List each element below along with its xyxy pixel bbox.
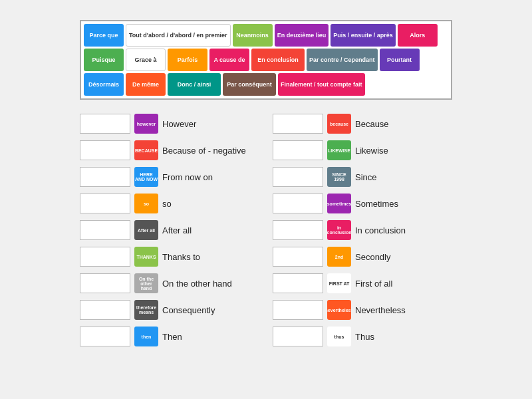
banner-card: A cause de (209, 49, 249, 71)
word-icon: BECAUSE (134, 140, 158, 160)
answer-input[interactable] (273, 300, 323, 320)
banner-card: Par contre / Cependant (307, 49, 378, 71)
word-icon: therefore means (134, 300, 158, 320)
word-label: so (162, 199, 172, 209)
match-row: therefore meansConsequently (80, 298, 259, 322)
banner-card: Parce que (84, 24, 124, 47)
word-icon: THANKS (134, 247, 158, 267)
word-label: Thus (355, 332, 374, 342)
word-icon: sometimes (327, 194, 351, 213)
word-label: From now on (162, 172, 213, 182)
match-row: in conclusionIn conclusion (273, 218, 452, 242)
word-icon: thus (327, 327, 351, 346)
word-icon: so (134, 194, 158, 213)
word-icon: in conclusion (327, 220, 351, 240)
answer-input[interactable] (80, 300, 130, 320)
match-row: On the other handOn the other hand (80, 271, 259, 295)
word-icon: On the other hand (134, 273, 158, 293)
match-row: THANKSThanks to (80, 245, 259, 269)
answer-input[interactable] (273, 327, 323, 346)
banner-card: Désormais (84, 73, 124, 96)
match-row: FIRST ATFirst of all (273, 271, 452, 295)
banner-card: Alors (398, 24, 438, 47)
word-label: Sometimes (355, 199, 398, 209)
match-row: After allAfter all (80, 218, 259, 242)
word-label: First of all (355, 279, 392, 289)
word-label: Nevertheless (355, 305, 406, 315)
answer-input[interactable] (273, 247, 323, 267)
answer-input[interactable] (80, 273, 130, 293)
answer-input[interactable] (273, 273, 323, 293)
answer-input[interactable] (273, 220, 323, 240)
answer-input[interactable] (80, 327, 130, 346)
banner-card: Par conséquent (223, 73, 276, 96)
banner-card: Neanmoins (233, 24, 273, 47)
word-label: Thanks to (162, 252, 200, 262)
answer-input[interactable] (273, 167, 323, 187)
match-row: soso (80, 192, 259, 215)
banner-card: Donc / ainsi (168, 73, 221, 96)
banner-card: Finalement / tout compte fait (278, 73, 365, 96)
banner-card: Pourtant (380, 49, 420, 71)
word-icon: however (134, 114, 158, 134)
word-icon: because (327, 114, 351, 134)
banner-card: En conclusion (251, 49, 305, 71)
banner-card: Puisque (84, 49, 124, 71)
word-icon: then (134, 327, 158, 346)
word-icon: FIRST AT (327, 273, 351, 293)
word-icon: 2nd (327, 247, 351, 267)
word-label: Because of - negative (162, 146, 246, 156)
answer-input[interactable] (80, 167, 130, 187)
match-row: becauseBecause (273, 112, 452, 136)
match-row: thenThen (80, 325, 259, 348)
word-icon: nevertheless (327, 300, 351, 320)
word-label: However (162, 119, 196, 129)
left-column: howeverHoweverBECAUSEBecause of - negati… (80, 112, 259, 348)
banner-card: Tout d'abord / d'abord / en premier (126, 24, 231, 47)
match-row: thusThus (273, 325, 452, 348)
match-row: 2ndSecondly (273, 245, 452, 269)
answer-input[interactable] (80, 220, 130, 240)
banner-card: En deuxième lieu (275, 24, 329, 47)
right-column: becauseBecauseLIKEWISELikewiseSINCE 1998… (273, 112, 452, 348)
banner-card: Parfois (168, 49, 207, 71)
match-row: HERE AND NOWFrom now on (80, 165, 259, 189)
word-icon: SINCE 1998 (327, 167, 351, 187)
answer-input[interactable] (80, 194, 130, 213)
word-label: Likewise (355, 146, 388, 156)
answer-input[interactable] (80, 114, 130, 134)
match-row: sometimesSometimes (273, 192, 452, 215)
word-label: In conclusion (355, 225, 406, 235)
word-label: After all (162, 225, 192, 235)
word-icon: LIKEWISE (327, 140, 351, 160)
word-label: Because (355, 119, 389, 129)
banner-card: Puis / ensuite / après (331, 24, 396, 47)
match-row: howeverHowever (80, 112, 259, 136)
match-row: SINCE 1998Since (273, 165, 452, 189)
word-icon: HERE AND NOW (134, 167, 158, 187)
match-area: howeverHoweverBECAUSEBecause of - negati… (80, 112, 452, 348)
word-label: Then (162, 332, 182, 342)
banner: Parce queTout d'abord / d'abord / en pre… (80, 20, 452, 100)
match-row: neverthelessNevertheless (273, 298, 452, 322)
word-label: Secondly (355, 252, 390, 262)
banner-card: Grace à (126, 49, 166, 71)
match-row: BECAUSEBecause of - negative (80, 138, 259, 162)
answer-input[interactable] (273, 140, 323, 160)
answer-input[interactable] (273, 194, 323, 213)
match-row: LIKEWISELikewise (273, 138, 452, 162)
answer-input[interactable] (80, 247, 130, 267)
word-label: Consequently (162, 305, 215, 315)
main-container: Parce queTout d'abord / d'abord / en pre… (80, 20, 452, 348)
answer-input[interactable] (273, 114, 323, 134)
word-icon: After all (134, 220, 158, 240)
word-label: On the other hand (162, 279, 232, 289)
word-label: Since (355, 172, 377, 182)
answer-input[interactable] (80, 140, 130, 160)
banner-card: De même (126, 73, 166, 96)
